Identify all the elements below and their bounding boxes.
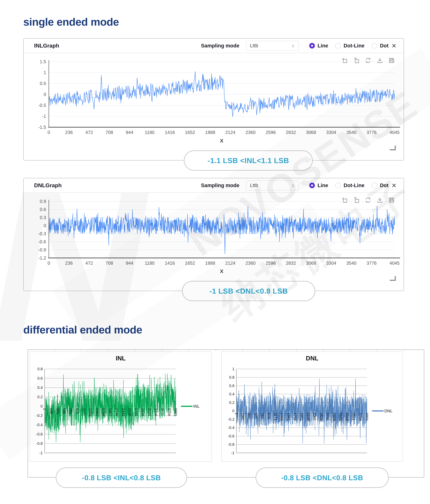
- svg-text:944: 944: [126, 261, 133, 266]
- svg-text:391: 391: [247, 413, 251, 419]
- panel-dnlgraph: DNLGraph Sampling mode Lttb ∨ Line Dot-L…: [23, 178, 404, 291]
- svg-text:236: 236: [65, 130, 73, 135]
- svg-text:-0.5: -0.5: [38, 103, 46, 108]
- svg-text:1416: 1416: [165, 130, 175, 135]
- svg-text:1951: 1951: [108, 408, 112, 416]
- chevron-down-icon: ∨: [291, 183, 295, 188]
- svg-text:3706: 3706: [358, 413, 362, 421]
- svg-text:3776: 3776: [366, 261, 376, 266]
- caption-pill-dnl-diff: -0.8 LSB <DNL<0.8 LSB: [256, 468, 389, 488]
- svg-text:781: 781: [69, 408, 73, 414]
- radio-line-label: Line: [318, 182, 328, 188]
- svg-text:196: 196: [49, 408, 53, 414]
- svg-text:196: 196: [241, 413, 245, 419]
- sampling-mode-dropdown[interactable]: Lttb ∨: [246, 180, 299, 190]
- svg-text:X: X: [220, 138, 223, 144]
- resize-handle-icon[interactable]: [390, 145, 396, 150]
- close-icon[interactable]: ×: [392, 42, 396, 50]
- svg-text:976: 976: [267, 413, 271, 419]
- svg-text:1: 1: [234, 413, 238, 415]
- spreadsheet-column-ticks: [28, 349, 424, 351]
- svg-text:-1.5: -1.5: [38, 125, 46, 130]
- svg-text:3121: 3121: [339, 413, 343, 421]
- radio-dot-line-circle-icon: [335, 43, 341, 48]
- radio-dot-line-label: Dot-Line: [344, 182, 364, 188]
- svg-text:1888: 1888: [205, 261, 215, 266]
- svg-text:1171: 1171: [274, 413, 278, 421]
- svg-text:781: 781: [261, 413, 265, 419]
- svg-text:236: 236: [65, 261, 73, 266]
- svg-text:2536: 2536: [128, 408, 132, 416]
- svg-text:1652: 1652: [185, 130, 195, 135]
- svg-text:2731: 2731: [135, 408, 138, 416]
- svg-text:1366: 1366: [89, 408, 92, 416]
- svg-text:0: 0: [47, 261, 50, 266]
- svg-text:-0.9: -0.9: [38, 247, 46, 252]
- svg-text:-1: -1: [42, 114, 46, 119]
- svg-text:3068: 3068: [306, 261, 316, 266]
- radio-line[interactable]: Line: [309, 43, 328, 49]
- svg-text:708: 708: [106, 130, 113, 135]
- dnl-excel-chart: 10.80.60.40.20-0.2-0.4-0.6-0.8-111963915…: [222, 352, 403, 461]
- svg-text:3776: 3776: [366, 130, 376, 135]
- svg-text:-1: -1: [39, 451, 43, 455]
- radio-dot-circle-icon: [372, 183, 377, 188]
- caption-pill-dnl-single: -1 LSB <DNL<0.8 LSB: [182, 281, 315, 301]
- radio-dot-label: Dot: [380, 182, 389, 188]
- radio-dot[interactable]: Dot: [372, 182, 389, 188]
- caption-pill-inl-diff: -0.8 LSB <INL<0.8 LSB: [56, 468, 187, 488]
- svg-text:1: 1: [232, 367, 234, 371]
- svg-text:1888: 1888: [205, 130, 215, 135]
- svg-text:2926: 2926: [332, 413, 336, 421]
- svg-text:0.8: 0.8: [229, 375, 234, 379]
- svg-text:1756: 1756: [293, 413, 297, 421]
- panel-inlgraph-header: INLGraph Sampling mode Lttb ∨ Line Dot-L…: [24, 39, 404, 53]
- svg-text:0.5: 0.5: [40, 81, 46, 86]
- svg-text:1756: 1756: [102, 408, 106, 416]
- svg-text:2536: 2536: [319, 413, 323, 421]
- svg-text:0: 0: [44, 223, 46, 228]
- svg-text:3540: 3540: [346, 261, 357, 266]
- svg-text:-0.6: -0.6: [38, 239, 46, 244]
- radio-dot[interactable]: Dot: [372, 43, 389, 49]
- dnl-line-chart[interactable]: 0.90.60.30-0.3-0.6-0.9-1.202364727089441…: [24, 193, 404, 291]
- panel-inlgraph: INLGraph Sampling mode Lttb ∨ Line Dot-L…: [23, 38, 404, 161]
- section-title-differential: differential ended mode: [23, 324, 142, 336]
- svg-text:1: 1: [44, 70, 46, 75]
- sampling-mode-dropdown[interactable]: Lttb ∨: [246, 41, 299, 51]
- svg-text:-0.2: -0.2: [36, 414, 43, 418]
- sampling-mode-value: Lttb: [250, 183, 258, 188]
- svg-text:3511: 3511: [352, 413, 356, 421]
- svg-text:3304: 3304: [326, 261, 336, 266]
- svg-text:3706: 3706: [167, 408, 171, 416]
- svg-text:3511: 3511: [161, 408, 165, 416]
- svg-text:0.8: 0.8: [37, 367, 43, 371]
- svg-text:-0.4: -0.4: [36, 423, 43, 427]
- excel-chart-frame-dnl: DNL 10.80.60.40.20-0.2-0.4-0.6-0.8-11196…: [221, 351, 403, 462]
- svg-text:3316: 3316: [345, 413, 349, 421]
- svg-text:-0.4: -0.4: [228, 426, 234, 430]
- radio-dot-line[interactable]: Dot-Line: [335, 182, 364, 188]
- svg-text:0: 0: [44, 92, 46, 97]
- svg-text:472: 472: [85, 130, 93, 135]
- svg-text:1652: 1652: [185, 261, 195, 266]
- svg-text:391: 391: [56, 408, 60, 414]
- resize-handle-icon[interactable]: [390, 276, 396, 281]
- svg-text:3316: 3316: [154, 408, 158, 416]
- svg-text:1366: 1366: [280, 413, 284, 421]
- svg-text:2596: 2596: [266, 130, 276, 135]
- svg-text:2832: 2832: [286, 130, 296, 135]
- svg-text:2731: 2731: [326, 413, 330, 421]
- radio-line[interactable]: Line: [309, 182, 328, 188]
- svg-text:1561: 1561: [95, 408, 99, 416]
- radio-dot-line[interactable]: Dot-Line: [335, 43, 364, 49]
- svg-text:-1.2: -1.2: [38, 255, 46, 261]
- svg-text:2146: 2146: [115, 408, 119, 416]
- panel-title-inlgraph: INLGraph: [34, 43, 59, 49]
- svg-text:944: 944: [126, 130, 133, 135]
- svg-text:4045: 4045: [390, 130, 400, 135]
- close-icon[interactable]: ×: [392, 181, 396, 189]
- inl-line-chart[interactable]: 1.510.50-0.5-1-1.50236472708944118014161…: [24, 53, 404, 160]
- svg-text:2360: 2360: [246, 130, 256, 135]
- svg-text:-1: -1: [231, 451, 234, 455]
